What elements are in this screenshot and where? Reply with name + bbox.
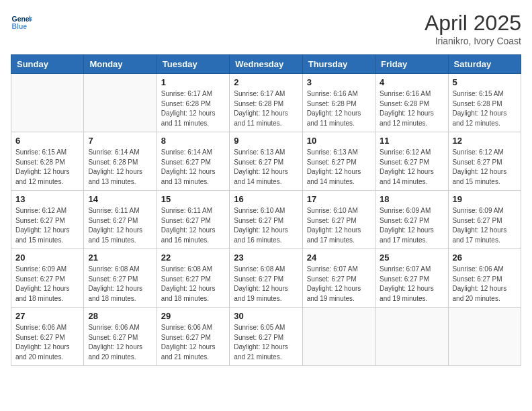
day-number: 28 <box>88 311 152 321</box>
weekday-header-tuesday: Tuesday <box>157 55 229 74</box>
day-number: 2 <box>234 77 298 87</box>
day-number: 21 <box>88 253 152 263</box>
day-info: Sunrise: 6:16 AM Sunset: 6:28 PM Dayligh… <box>380 89 443 128</box>
day-info: Sunrise: 6:09 AM Sunset: 6:27 PM Dayligh… <box>453 206 517 245</box>
day-cell: 20Sunrise: 6:09 AM Sunset: 6:27 PM Dayli… <box>11 249 84 308</box>
day-info: Sunrise: 6:05 AM Sunset: 6:27 PM Dayligh… <box>234 323 298 362</box>
day-info: Sunrise: 6:11 AM Sunset: 6:27 PM Dayligh… <box>161 206 225 245</box>
week-row-4: 20Sunrise: 6:09 AM Sunset: 6:27 PM Dayli… <box>11 249 521 308</box>
day-number: 16 <box>234 194 298 204</box>
day-info: Sunrise: 6:12 AM Sunset: 6:27 PM Dayligh… <box>15 206 79 245</box>
day-cell: 2Sunrise: 6:17 AM Sunset: 6:28 PM Daylig… <box>230 74 302 132</box>
day-number: 5 <box>453 77 517 87</box>
day-info: Sunrise: 6:07 AM Sunset: 6:27 PM Dayligh… <box>307 265 371 304</box>
day-info: Sunrise: 6:12 AM Sunset: 6:27 PM Dayligh… <box>453 148 517 187</box>
day-number: 30 <box>234 311 298 321</box>
day-cell <box>302 308 375 366</box>
day-cell: 29Sunrise: 6:06 AM Sunset: 6:27 PM Dayli… <box>157 308 229 366</box>
day-cell: 26Sunrise: 6:06 AM Sunset: 6:27 PM Dayli… <box>448 249 521 308</box>
day-info: Sunrise: 6:15 AM Sunset: 6:28 PM Dayligh… <box>453 89 517 128</box>
day-info: Sunrise: 6:06 AM Sunset: 6:27 PM Dayligh… <box>88 323 152 362</box>
month-title: April 2025 <box>425 11 521 36</box>
day-cell: 9Sunrise: 6:13 AM Sunset: 6:27 PM Daylig… <box>230 132 302 191</box>
day-info: Sunrise: 6:06 AM Sunset: 6:27 PM Dayligh… <box>453 265 517 304</box>
day-cell: 24Sunrise: 6:07 AM Sunset: 6:27 PM Dayli… <box>302 249 375 308</box>
day-cell: 1Sunrise: 6:17 AM Sunset: 6:28 PM Daylig… <box>157 74 229 132</box>
day-info: Sunrise: 6:16 AM Sunset: 6:28 PM Dayligh… <box>307 89 371 128</box>
day-cell: 6Sunrise: 6:15 AM Sunset: 6:28 PM Daylig… <box>11 132 84 191</box>
day-cell: 5Sunrise: 6:15 AM Sunset: 6:28 PM Daylig… <box>448 74 521 132</box>
day-cell <box>448 308 521 366</box>
day-number: 4 <box>380 77 443 87</box>
day-info: Sunrise: 6:09 AM Sunset: 6:27 PM Dayligh… <box>15 265 79 304</box>
day-number: 11 <box>380 136 443 146</box>
week-row-5: 27Sunrise: 6:06 AM Sunset: 6:27 PM Dayli… <box>11 308 521 366</box>
day-info: Sunrise: 6:14 AM Sunset: 6:27 PM Dayligh… <box>161 148 225 187</box>
logo: General Blue <box>11 11 32 32</box>
day-cell: 16Sunrise: 6:10 AM Sunset: 6:27 PM Dayli… <box>230 191 302 249</box>
weekday-header-monday: Monday <box>84 55 157 74</box>
day-number: 27 <box>15 311 79 321</box>
day-cell: 27Sunrise: 6:06 AM Sunset: 6:27 PM Dayli… <box>11 308 84 366</box>
day-info: Sunrise: 6:12 AM Sunset: 6:27 PM Dayligh… <box>380 148 443 187</box>
day-number: 12 <box>453 136 517 146</box>
day-number: 19 <box>453 194 517 204</box>
day-info: Sunrise: 6:08 AM Sunset: 6:27 PM Dayligh… <box>234 265 298 304</box>
day-number: 22 <box>161 253 225 263</box>
weekday-header-saturday: Saturday <box>448 55 521 74</box>
page-header: General Blue April 2025 Irianikro, Ivory… <box>11 11 521 46</box>
day-info: Sunrise: 6:14 AM Sunset: 6:28 PM Dayligh… <box>88 148 152 187</box>
calendar-table: SundayMondayTuesdayWednesdayThursdayFrid… <box>11 54 521 366</box>
week-row-1: 1Sunrise: 6:17 AM Sunset: 6:28 PM Daylig… <box>11 74 521 132</box>
day-number: 23 <box>234 253 298 263</box>
day-cell: 13Sunrise: 6:12 AM Sunset: 6:27 PM Dayli… <box>11 191 84 249</box>
weekday-header-thursday: Thursday <box>302 55 375 74</box>
day-cell: 19Sunrise: 6:09 AM Sunset: 6:27 PM Dayli… <box>448 191 521 249</box>
day-number: 10 <box>307 136 371 146</box>
day-info: Sunrise: 6:06 AM Sunset: 6:27 PM Dayligh… <box>15 323 79 362</box>
day-info: Sunrise: 6:08 AM Sunset: 6:27 PM Dayligh… <box>161 265 225 304</box>
day-info: Sunrise: 6:08 AM Sunset: 6:27 PM Dayligh… <box>88 265 152 304</box>
day-number: 18 <box>380 194 443 204</box>
day-info: Sunrise: 6:13 AM Sunset: 6:27 PM Dayligh… <box>307 148 371 187</box>
day-info: Sunrise: 6:10 AM Sunset: 6:27 PM Dayligh… <box>307 206 371 245</box>
day-cell: 4Sunrise: 6:16 AM Sunset: 6:28 PM Daylig… <box>375 74 448 132</box>
weekday-header-row: SundayMondayTuesdayWednesdayThursdayFrid… <box>11 55 521 74</box>
day-number: 25 <box>380 253 443 263</box>
day-number: 3 <box>307 77 371 87</box>
day-number: 6 <box>15 136 79 146</box>
day-number: 26 <box>453 253 517 263</box>
day-cell: 23Sunrise: 6:08 AM Sunset: 6:27 PM Dayli… <box>230 249 302 308</box>
day-info: Sunrise: 6:10 AM Sunset: 6:27 PM Dayligh… <box>234 206 298 245</box>
day-cell: 7Sunrise: 6:14 AM Sunset: 6:28 PM Daylig… <box>84 132 157 191</box>
day-cell: 3Sunrise: 6:16 AM Sunset: 6:28 PM Daylig… <box>302 74 375 132</box>
day-number: 15 <box>161 194 225 204</box>
day-info: Sunrise: 6:11 AM Sunset: 6:27 PM Dayligh… <box>88 206 152 245</box>
day-number: 7 <box>88 136 152 146</box>
day-number: 13 <box>15 194 79 204</box>
week-row-3: 13Sunrise: 6:12 AM Sunset: 6:27 PM Dayli… <box>11 191 521 249</box>
day-number: 24 <box>307 253 371 263</box>
day-cell: 10Sunrise: 6:13 AM Sunset: 6:27 PM Dayli… <box>302 132 375 191</box>
day-number: 17 <box>307 194 371 204</box>
day-number: 1 <box>161 77 225 87</box>
day-cell: 25Sunrise: 6:07 AM Sunset: 6:27 PM Dayli… <box>375 249 448 308</box>
day-cell: 15Sunrise: 6:11 AM Sunset: 6:27 PM Dayli… <box>157 191 229 249</box>
logo-icon: General Blue <box>11 11 32 32</box>
day-cell: 30Sunrise: 6:05 AM Sunset: 6:27 PM Dayli… <box>230 308 302 366</box>
day-number: 8 <box>161 136 225 146</box>
day-number: 20 <box>15 253 79 263</box>
week-row-2: 6Sunrise: 6:15 AM Sunset: 6:28 PM Daylig… <box>11 132 521 191</box>
day-info: Sunrise: 6:09 AM Sunset: 6:27 PM Dayligh… <box>380 206 443 245</box>
day-cell <box>375 308 448 366</box>
day-cell: 28Sunrise: 6:06 AM Sunset: 6:27 PM Dayli… <box>84 308 157 366</box>
day-cell <box>11 74 84 132</box>
day-number: 29 <box>161 311 225 321</box>
day-number: 14 <box>88 194 152 204</box>
day-cell: 8Sunrise: 6:14 AM Sunset: 6:27 PM Daylig… <box>157 132 229 191</box>
day-info: Sunrise: 6:13 AM Sunset: 6:27 PM Dayligh… <box>234 148 298 187</box>
day-cell: 14Sunrise: 6:11 AM Sunset: 6:27 PM Dayli… <box>84 191 157 249</box>
title-block: April 2025 Irianikro, Ivory Coast <box>425 11 521 46</box>
day-cell: 17Sunrise: 6:10 AM Sunset: 6:27 PM Dayli… <box>302 191 375 249</box>
location-subtitle: Irianikro, Ivory Coast <box>425 36 521 46</box>
